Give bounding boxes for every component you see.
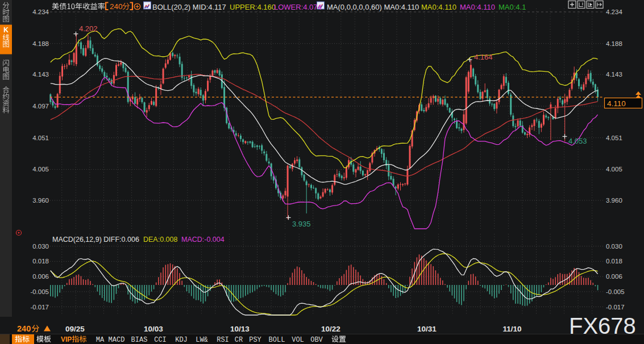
svg-text:MA0:4.1: MA0:4.1 [498, 3, 526, 11]
svg-text:DEA:0.008: DEA:0.008 [143, 236, 178, 244]
svg-text:4.097: 4.097 [32, 103, 49, 110]
svg-text:10/22: 10/22 [321, 325, 340, 333]
svg-text:-0.017: -0.017 [606, 304, 625, 311]
svg-text:OBV: OBV [310, 336, 323, 344]
svg-text:4.051: 4.051 [606, 135, 622, 141]
svg-text:240: 240 [17, 324, 31, 333]
svg-text:-0.005: -0.005 [606, 288, 625, 295]
svg-text:4.053: 4.053 [568, 137, 587, 145]
svg-text:BIAS: BIAS [131, 336, 148, 344]
svg-text:10/13: 10/13 [230, 325, 250, 333]
svg-text:KDJ: KDJ [175, 336, 188, 344]
svg-text:CR: CR [235, 336, 243, 344]
svg-text:0.018: 0.018 [606, 258, 622, 265]
svg-text:-0.005: -0.005 [30, 288, 49, 295]
svg-text:MACD(26,12,9) DIFF:0.006: MACD(26,12,9) DIFF:0.006 [52, 236, 139, 244]
svg-text:4.202: 4.202 [79, 24, 98, 33]
svg-text:CCI: CCI [154, 336, 167, 344]
svg-text:LW&: LW& [196, 336, 208, 344]
svg-text:09/25: 09/25 [65, 325, 85, 333]
svg-text:11/10: 11/10 [502, 325, 521, 333]
svg-text:0.030: 0.030 [32, 243, 49, 250]
svg-text:MA0:4.110: MA0:4.110 [421, 3, 456, 11]
svg-text:0.018: 0.018 [32, 258, 49, 265]
svg-text:10/31: 10/31 [417, 325, 437, 333]
svg-text:PSY: PSY [249, 336, 261, 344]
svg-text:3.960: 3.960 [606, 197, 622, 204]
svg-text:4.051: 4.051 [32, 135, 49, 141]
svg-text:-0.017: -0.017 [30, 304, 49, 311]
svg-text:0.006: 0.006 [32, 273, 49, 280]
svg-text:4.188: 4.188 [32, 40, 49, 47]
svg-text:4.005: 4.005 [606, 166, 622, 173]
svg-text:MACD:-0.004: MACD:-0.004 [181, 236, 225, 244]
svg-text:4.005: 4.005 [32, 166, 49, 173]
svg-text:4.234: 4.234 [32, 9, 49, 15]
svg-text:BOLL: BOLL [269, 336, 285, 344]
svg-text:RSI: RSI [217, 336, 229, 344]
svg-text:4.143: 4.143 [32, 71, 49, 78]
svg-text:LOWER:4.074: LOWER:4.074 [274, 3, 322, 11]
svg-text:10/03: 10/03 [144, 325, 163, 333]
svg-text:3.960: 3.960 [32, 197, 49, 204]
svg-text:4.188: 4.188 [606, 40, 622, 47]
svg-text:4.234: 4.234 [606, 9, 622, 15]
svg-text:MACD: MACD [109, 336, 125, 344]
svg-text:MA: MA [96, 336, 105, 344]
svg-text:0.006: 0.006 [606, 273, 622, 280]
svg-text:3.935: 3.935 [292, 220, 311, 228]
svg-text:4.110: 4.110 [607, 99, 626, 108]
svg-text:VIP: VIP [61, 335, 72, 343]
svg-text:0.030: 0.030 [606, 243, 622, 250]
svg-text:MA(0,0,0,0,0,60) MA0:4.110: MA(0,0,0,0,0,60) MA0:4.110 [327, 3, 419, 11]
svg-text:UPPER:4.160: UPPER:4.160 [230, 3, 276, 11]
svg-text:MA0:4.110: MA0:4.110 [460, 3, 495, 11]
svg-text:VOL: VOL [292, 336, 304, 344]
svg-text:K: K [3, 26, 9, 34]
svg-text:4.164: 4.164 [474, 53, 493, 61]
svg-text:4.143: 4.143 [606, 71, 622, 78]
svg-text:240: 240 [110, 2, 123, 11]
svg-text:BOLL(20,2) MID:4.117: BOLL(20,2) MID:4.117 [152, 3, 226, 11]
